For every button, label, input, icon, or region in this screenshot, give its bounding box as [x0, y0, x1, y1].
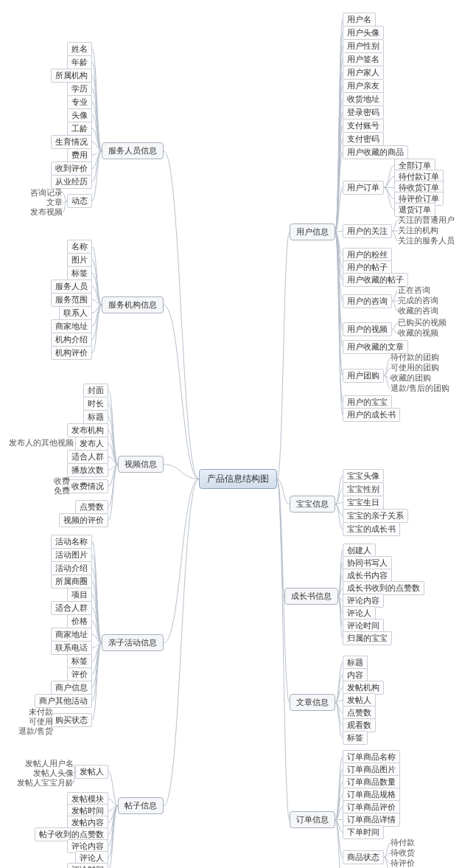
- leaf: 支付账号: [343, 119, 384, 133]
- leaf: 宝宝头像: [343, 469, 384, 483]
- leaf: 用户头像: [343, 26, 384, 40]
- leaf: 封面: [83, 383, 108, 397]
- leaf: 内容: [343, 668, 368, 682]
- leaf: 费用: [67, 148, 92, 162]
- leaf: 归属的宝宝: [343, 631, 392, 645]
- leaf: 工龄: [67, 122, 92, 136]
- main-user: 用户信息: [290, 223, 335, 240]
- leaf: 发布人: [75, 437, 108, 451]
- leaf-plain: 退款/售后的团购: [391, 383, 449, 394]
- leaf-plain: 收藏的咨询: [398, 306, 438, 316]
- main-activity: 亲子活动信息: [102, 634, 164, 651]
- leaf: 机构介绍: [51, 333, 92, 347]
- main-baby: 宝宝信息: [290, 496, 335, 513]
- leaf: 用户的粉丝: [343, 248, 392, 262]
- leaf-plain: 发布视频: [30, 207, 63, 218]
- leaf: 下单时间: [343, 825, 384, 839]
- root-node: 产品信息结构图: [199, 469, 277, 489]
- leaf: 宝宝生日: [343, 496, 384, 510]
- leaf: 动态: [67, 194, 92, 208]
- leaf-plain: 待付款: [391, 838, 415, 848]
- leaf: 联系电话: [51, 641, 92, 655]
- leaf: 用户亲友: [343, 79, 384, 93]
- leaf: 宝宝性别: [343, 482, 384, 496]
- leaf-plain: 发布人的其他视频: [9, 438, 74, 448]
- leaf: 所属机构: [51, 69, 92, 83]
- leaf: 登录密码: [343, 105, 384, 119]
- leaf: 用户收藏的帖子: [343, 273, 408, 287]
- leaf: 发帖人: [75, 765, 108, 779]
- leaf-plain: 关注的普通用户: [398, 215, 455, 226]
- leaf: 专业: [67, 95, 92, 109]
- main-growth: 成长书信息: [284, 588, 338, 605]
- leaf-plain: 收藏的团购: [391, 373, 431, 383]
- leaf: 用户的关注: [343, 224, 392, 238]
- leaf: 支付密码: [343, 132, 384, 146]
- leaf: 服务范围: [51, 293, 92, 307]
- leaf: 年龄: [67, 55, 92, 69]
- leaf: 评论时间: [343, 619, 384, 633]
- leaf: 购买状态: [51, 713, 92, 727]
- leaf: 图片: [67, 253, 92, 267]
- leaf: 评论人: [343, 606, 376, 620]
- leaf: 收货地址: [343, 92, 384, 106]
- main-post: 帖子信息: [118, 797, 164, 814]
- leaf: 用户的帖子: [343, 260, 392, 274]
- leaf-plain: 免费: [54, 486, 70, 496]
- leaf: 点赞数: [75, 500, 108, 514]
- leaf: 商户其他活动: [35, 694, 92, 708]
- leaf: 活动名称: [51, 535, 92, 549]
- leaf-plain: 收费: [54, 476, 70, 487]
- leaf: 商家地址: [51, 628, 92, 642]
- leaf: 时长: [83, 397, 108, 411]
- leaf: 价格: [67, 614, 92, 628]
- leaf: 姓名: [67, 42, 92, 56]
- leaf-plain: 退款/售货: [18, 726, 53, 737]
- leaf: 标签: [67, 266, 92, 280]
- leaf: 评价: [67, 667, 92, 681]
- leaf: 用户收藏的商品: [343, 145, 408, 159]
- main-article: 文章信息: [290, 694, 335, 711]
- leaf: 从业经历: [51, 175, 92, 189]
- leaf: 创建人: [343, 544, 376, 558]
- leaf-plain: 完成的咨询: [398, 296, 438, 306]
- leaf: 发布机构: [67, 423, 108, 437]
- leaf: 联系人: [59, 306, 92, 320]
- leaf: 用户团购: [343, 369, 384, 383]
- leaf: 宝宝的成长书: [343, 522, 400, 536]
- leaf: 评论时间: [67, 863, 108, 868]
- leaf-plain: 关注的服务人员: [398, 236, 455, 246]
- main-order: 订单信息: [290, 811, 335, 828]
- leaf: 订单商品评价: [343, 800, 400, 814]
- leaf: 收到评价: [51, 162, 92, 176]
- leaf: 标题: [343, 656, 368, 670]
- leaf: 用户收藏的文章: [343, 340, 408, 354]
- leaf: 机构评价: [51, 346, 92, 360]
- leaf: 观看数: [343, 718, 376, 732]
- leaf-plain: 已购买的视频: [398, 318, 447, 328]
- leaf-plain: 发帖人头像: [33, 768, 74, 779]
- leaf: 成长书内容: [343, 569, 392, 583]
- leaf: 商户信息: [51, 681, 92, 695]
- leaf-plain: 未付款: [29, 707, 53, 718]
- main-org: 服务机构信息: [102, 296, 164, 313]
- leaf: 活动图片: [51, 548, 92, 562]
- leaf: 服务人员: [51, 280, 92, 294]
- leaf: 发帖机构: [343, 681, 384, 695]
- leaf-plain: 待评价: [391, 858, 415, 868]
- leaf: 用户的咨询: [343, 294, 392, 308]
- leaf: 用户的成长书: [343, 408, 400, 422]
- leaf: 播放次数: [67, 463, 108, 477]
- leaf: 所属商圈: [51, 574, 92, 588]
- leaf: 发帖人: [343, 693, 376, 707]
- leaf: 宝宝的亲子关系: [343, 509, 408, 523]
- leaf: 订单商品详情: [343, 813, 400, 827]
- leaf: 成长书收到的点赞数: [343, 581, 424, 595]
- leaf: 商家地址: [51, 319, 92, 333]
- leaf: 名称: [67, 240, 92, 254]
- leaf-plain: 文章: [46, 198, 63, 208]
- leaf: 活动介绍: [51, 561, 92, 575]
- leaf-plain: 收藏的视频: [398, 328, 438, 338]
- leaf: 用户名: [343, 13, 376, 27]
- leaf: 用户的视频: [343, 322, 392, 336]
